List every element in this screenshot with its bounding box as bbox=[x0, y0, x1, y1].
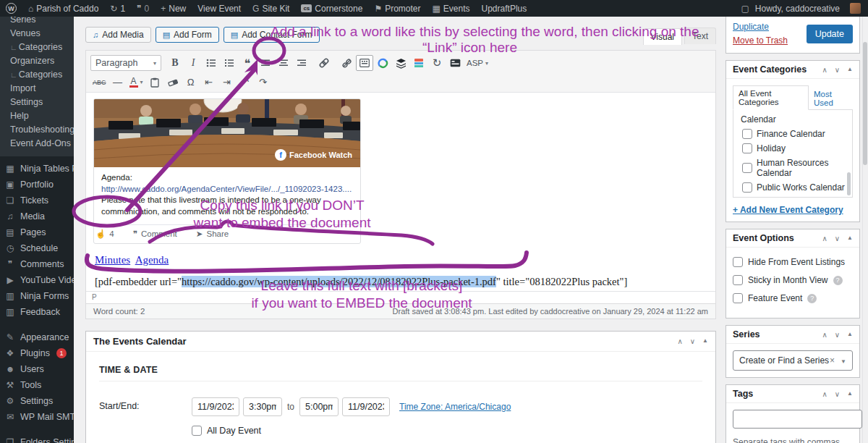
sidebar-item-event-add-ons[interactable]: Event Add-Ons bbox=[0, 137, 74, 151]
sidebar-item-schedule[interactable]: ◷Schedule bbox=[0, 240, 74, 256]
tab-visual[interactable]: Visual bbox=[643, 28, 682, 45]
avatar[interactable] bbox=[850, 3, 861, 14]
blockquote-button[interactable]: ❝ bbox=[239, 55, 256, 71]
redo-button[interactable]: ↷ bbox=[255, 75, 272, 90]
option-checkbox[interactable] bbox=[733, 293, 743, 303]
metabox-header[interactable]: The Events Calendar ∧ ∨ ▲ bbox=[86, 332, 715, 352]
move-up-icon[interactable]: ∧ bbox=[822, 235, 827, 242]
link-button[interactable] bbox=[315, 55, 333, 71]
howdy-menu[interactable]: Howdy, caddocreative bbox=[749, 0, 846, 17]
align-center-button[interactable] bbox=[275, 55, 292, 71]
clear-icon[interactable]: × bbox=[830, 355, 835, 366]
tags-input[interactable] bbox=[733, 410, 862, 429]
sidebar-item-series[interactable]: Series bbox=[0, 17, 74, 27]
start-time-input[interactable] bbox=[243, 397, 282, 416]
adminbar-view-event[interactable]: View Event bbox=[192, 0, 247, 17]
selected-url[interactable]: https://caddo.gov/wp-content/uploads/202… bbox=[182, 276, 496, 287]
clear-formatting-button[interactable] bbox=[164, 75, 182, 90]
align-left-button[interactable] bbox=[257, 55, 274, 71]
comment-action[interactable]: ❞Comment bbox=[133, 229, 177, 239]
asp-dropdown[interactable]: ASP▾ bbox=[464, 55, 490, 71]
adminbar-promoter[interactable]: ⚑Promoter bbox=[368, 0, 426, 17]
unlink-button[interactable] bbox=[338, 55, 355, 71]
outdent-button[interactable]: ⇤ bbox=[200, 75, 218, 90]
numbered-list-button[interactable] bbox=[221, 55, 238, 71]
add-contact-form-button[interactable]: ▤ Add Contact Form bbox=[224, 27, 320, 43]
undo-button[interactable]: ↶ bbox=[237, 75, 254, 90]
series-select[interactable]: Create or Find a Series ×▼ bbox=[733, 350, 853, 371]
editor-path[interactable]: P bbox=[86, 291, 715, 303]
refresh-icon[interactable]: ↻ bbox=[428, 55, 446, 71]
adminbar-new[interactable]: +New bbox=[155, 0, 192, 17]
sidebar-item-help[interactable]: Help bbox=[0, 109, 74, 123]
category-checkbox[interactable]: ✓ bbox=[742, 197, 752, 198]
move-down-icon[interactable]: ∨ bbox=[835, 331, 840, 339]
bold-button[interactable]: B bbox=[166, 55, 184, 71]
move-up-icon[interactable]: ∧ bbox=[677, 337, 682, 345]
adminbar-site-name[interactable]: ⌂Parish of Caddo bbox=[22, 0, 104, 17]
adminbar-events[interactable]: ▦Events bbox=[427, 0, 476, 17]
category-checkbox[interactable] bbox=[742, 182, 752, 193]
minutes-link[interactable]: Minutes bbox=[95, 254, 130, 266]
duplicate-link[interactable]: Duplicate bbox=[733, 22, 807, 32]
sidebar-item-ninja-forms[interactable]: ▥Ninja Forms bbox=[0, 288, 74, 304]
list-scrollbar[interactable] bbox=[847, 172, 851, 195]
paste-as-text-button[interactable] bbox=[146, 75, 163, 90]
sidebar-item-ninja-tables-pro[interactable]: ▦Ninja Tables Pro bbox=[0, 161, 74, 177]
tab-text[interactable]: Text bbox=[684, 28, 716, 44]
editor-content[interactable]: f Facebook Watch Agenda: http://www.cadd… bbox=[86, 93, 715, 291]
end-date-input[interactable] bbox=[342, 397, 390, 416]
agenda-link[interactable]: Agenda bbox=[135, 254, 169, 266]
add-media-button[interactable]: ♫ Add Media bbox=[85, 27, 151, 43]
facebook-video-thumbnail[interactable]: f Facebook Watch bbox=[94, 99, 360, 167]
bulleted-list-button[interactable] bbox=[203, 55, 220, 71]
window-scrollbar[interactable] bbox=[862, 17, 868, 443]
sidebar-item-categories[interactable]: ∟Categories bbox=[0, 41, 74, 54]
smash-balloon-icon[interactable] bbox=[374, 55, 391, 71]
start-date-input[interactable] bbox=[192, 397, 239, 416]
adminbar-cornerstone[interactable]: csCornerstone bbox=[295, 0, 368, 17]
italic-button[interactable]: I bbox=[184, 55, 202, 71]
move-down-icon[interactable]: ∨ bbox=[835, 390, 840, 398]
adminbar-wp-logo[interactable]: W bbox=[0, 0, 22, 17]
paragraph-select[interactable]: Paragraph▾ bbox=[90, 55, 161, 71]
timezone-link[interactable]: Time Zone: America/Chicago bbox=[399, 402, 511, 412]
option-checkbox[interactable] bbox=[733, 257, 743, 267]
move-to-trash-link[interactable]: Move to Trash bbox=[733, 35, 807, 46]
sidebar-item-folders-settings[interactable]: ❐Folders Settings bbox=[0, 434, 74, 443]
move-up-icon[interactable]: ∧ bbox=[822, 66, 827, 74]
scrollbar-thumb[interactable] bbox=[863, 42, 867, 165]
pdf-embedder-shortcode[interactable]: [pdf-embedder url="https://caddo.gov/wp-… bbox=[95, 276, 708, 288]
sidebar-item-media[interactable]: ♫Media bbox=[0, 208, 74, 224]
sidebar-item-tickets[interactable]: ❏Tickets bbox=[0, 193, 74, 208]
adminbar-updraftplus[interactable]: UpdraftPlus bbox=[476, 0, 533, 17]
sidebar-item-categories[interactable]: ∟Categories bbox=[0, 68, 74, 82]
sidebar-item-tools[interactable]: ⚒Tools bbox=[0, 377, 74, 393]
sidebar-item-portfolio[interactable]: ▣Portfolio bbox=[0, 177, 74, 193]
update-button[interactable]: Update bbox=[807, 25, 853, 43]
toggle-icon[interactable]: ▲ bbox=[847, 66, 853, 74]
adminbar-comments[interactable]: ❞0 bbox=[131, 0, 155, 17]
add-form-button[interactable]: ▤ Add Form bbox=[156, 27, 219, 43]
tabs-plugin-icon[interactable] bbox=[410, 55, 427, 71]
move-up-icon[interactable]: ∧ bbox=[822, 331, 827, 339]
sidebar-item-import[interactable]: Import bbox=[0, 82, 74, 96]
sidebar-item-users[interactable]: ☻Users bbox=[0, 361, 74, 377]
move-down-icon[interactable]: ∨ bbox=[690, 337, 695, 345]
share-action[interactable]: ➤Share bbox=[196, 229, 229, 239]
sidebar-item-appearance[interactable]: ✎Appearance bbox=[0, 329, 74, 345]
sidebar-item-settings[interactable]: Settings bbox=[0, 96, 74, 109]
adminbar-updates[interactable]: ↻1 bbox=[104, 0, 131, 17]
toggle-icon[interactable]: ▲ bbox=[847, 235, 853, 242]
category-checkbox[interactable] bbox=[742, 129, 752, 139]
sidebar-item-venues[interactable]: Venues bbox=[0, 27, 74, 41]
align-right-button[interactable] bbox=[293, 55, 310, 71]
adminbar-site-kit[interactable]: GSite Kit bbox=[247, 0, 295, 17]
toggle-icon[interactable]: ▲ bbox=[847, 331, 853, 339]
form-block-icon[interactable] bbox=[446, 55, 464, 71]
sidebar-item-youtube-videos[interactable]: ▶YouTube Videos bbox=[0, 272, 74, 288]
tab-all-categories[interactable]: All Event Categories bbox=[733, 85, 809, 110]
add-new-category-link[interactable]: + Add New Event Category bbox=[733, 205, 843, 215]
facebook-agenda-link[interactable]: http://www.caddo.org/AgendaCenter/ViewFi… bbox=[101, 185, 352, 193]
category-checkbox[interactable] bbox=[742, 143, 752, 153]
